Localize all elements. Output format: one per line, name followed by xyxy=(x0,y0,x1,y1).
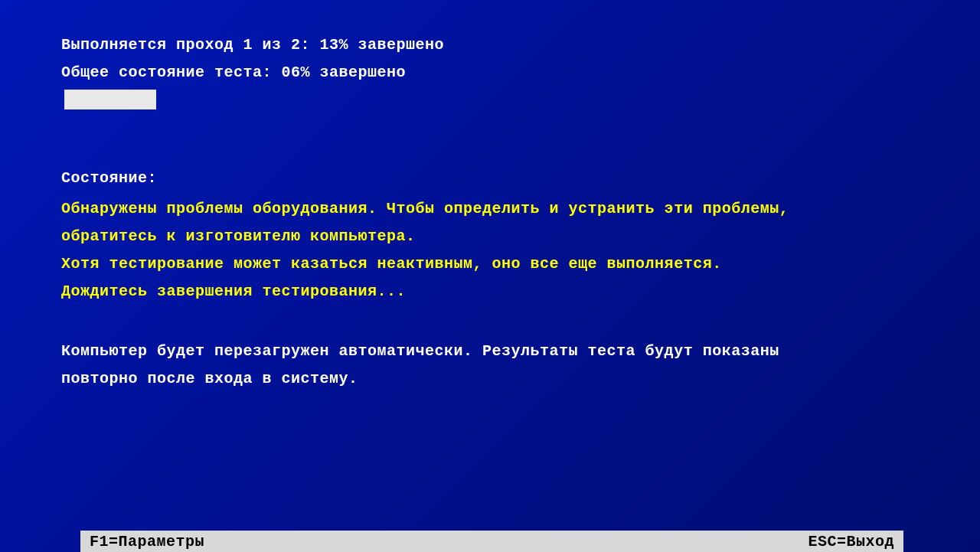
esc-hotkey[interactable]: ESC=Выход xyxy=(808,533,894,550)
info-block: Компьютер будет перезагружен автоматичес… xyxy=(61,341,919,390)
warning-line-3: Хотя тестирование может казаться неактив… xyxy=(61,253,919,275)
info-line-2: повторно после входа в систему. xyxy=(61,368,919,390)
pass-progress-line: Выполняется проход 1 из 2: 13% завершено xyxy=(61,34,919,56)
status-heading: Состояние: xyxy=(61,168,919,189)
progress-bar xyxy=(64,90,919,114)
progress-bar-fill xyxy=(64,90,156,109)
warning-line-4: Дождитесь завершения тестирования... xyxy=(61,281,919,302)
info-line-1: Компьютер будет перезагружен автоматичес… xyxy=(61,341,919,362)
warning-block: Обнаружены проблемы оборудования. Чтобы … xyxy=(61,198,919,302)
diagnostic-screen: Выполняется проход 1 из 2: 13% завершено… xyxy=(0,0,980,390)
warning-line-1: Обнаружены проблемы оборудования. Чтобы … xyxy=(61,198,919,220)
overall-progress-line: Общее состояние теста: 06% завершено xyxy=(61,62,919,83)
f1-hotkey[interactable]: F1=Параметры xyxy=(90,533,204,550)
warning-line-2: обратитесь к изготовителю компьютера. xyxy=(61,226,919,247)
hotkey-bar: F1=Параметры ESC=Выход xyxy=(80,531,903,552)
